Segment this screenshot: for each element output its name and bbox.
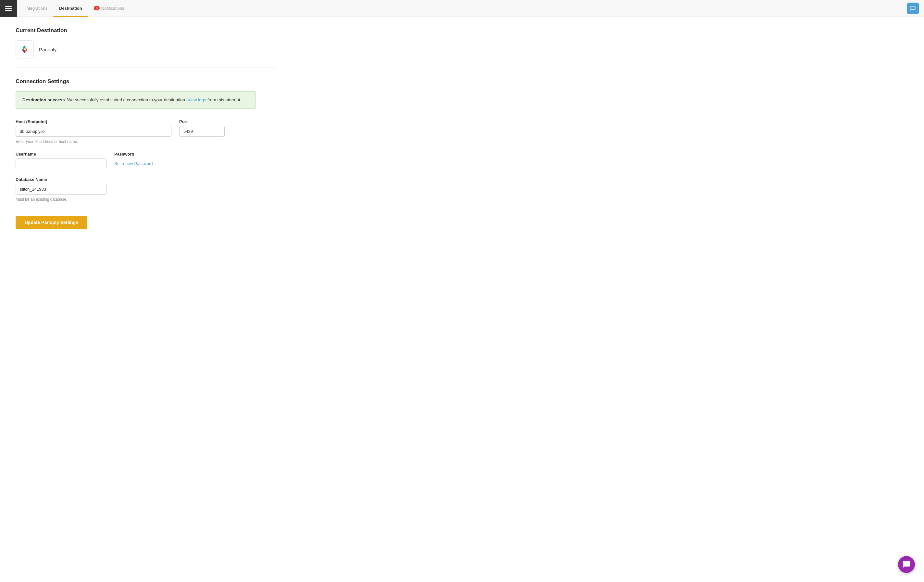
dbname-hint: Must be an existing database. (16, 197, 107, 202)
host-hint: Enter your IP address or host name. (16, 139, 172, 144)
hamburger-icon (5, 5, 12, 12)
svg-rect-1 (5, 8, 12, 9)
alert-bold: Destination success. (22, 98, 66, 102)
update-settings-button[interactable]: Update Panoply Settings (16, 216, 87, 229)
dbname-row: Database Name Must be an existing databa… (16, 177, 277, 202)
password-group: Password Set a new Password (114, 152, 277, 166)
username-group: Username (16, 152, 107, 169)
svg-rect-0 (5, 6, 12, 7)
hamburger-menu[interactable] (0, 0, 17, 17)
tab-integrations[interactable]: Integrations (20, 0, 53, 17)
destination-card: Panoply (16, 40, 277, 58)
view-logs-link[interactable]: View logs (188, 98, 206, 102)
top-navigation: Integrations Destination 3 Notifications (0, 0, 924, 17)
tab-destination[interactable]: Destination (53, 0, 88, 17)
username-label: Username (16, 152, 107, 157)
nav-tabs: Integrations Destination 3 Notifications (17, 0, 907, 17)
notification-badge: 3 (94, 6, 100, 10)
panoply-logo-icon (18, 43, 31, 56)
username-input[interactable] (16, 159, 107, 169)
section-divider (16, 68, 277, 68)
nav-chat-button[interactable] (907, 3, 919, 14)
destination-name: Panoply (39, 47, 56, 52)
alert-text2: from this attempt. (208, 98, 241, 102)
password-label: Password (114, 152, 277, 157)
port-label: Port (179, 119, 225, 124)
svg-point-4 (24, 48, 26, 50)
svg-rect-2 (5, 10, 12, 11)
current-destination-title: Current Destination (16, 27, 277, 34)
tab-notifications[interactable]: 3 Notifications (88, 0, 130, 17)
host-group: Host (Endpoint) Enter your IP address or… (16, 119, 172, 144)
host-label: Host (Endpoint) (16, 119, 172, 124)
port-group: Port (179, 119, 225, 137)
host-port-row: Host (Endpoint) Enter your IP address or… (16, 119, 277, 144)
dbname-group: Database Name Must be an existing databa… (16, 177, 107, 202)
host-input[interactable] (16, 126, 172, 137)
username-password-row: Username Password Set a new Password (16, 152, 277, 169)
chat-icon (910, 5, 916, 12)
port-input[interactable] (179, 126, 225, 137)
dbname-label: Database Name (16, 177, 107, 182)
connection-settings-title: Connection Settings (16, 78, 277, 85)
destination-logo (16, 40, 34, 58)
alert-text: We successfully established a connection… (67, 98, 187, 102)
set-password-link[interactable]: Set a new Password (114, 161, 277, 166)
success-alert: Destination success. We successfully est… (16, 91, 256, 109)
main-content: Current Destination Panoply Connection S… (0, 17, 292, 239)
dbname-input[interactable] (16, 184, 107, 195)
